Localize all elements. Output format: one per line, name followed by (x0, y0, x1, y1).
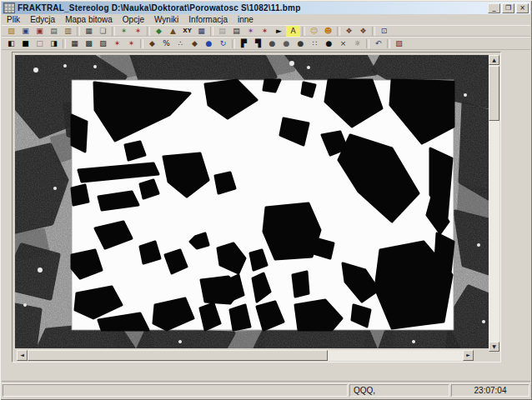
scroll-down-button[interactable]: ▼ (489, 342, 499, 352)
menu-item-edycja[interactable]: Edycja (25, 15, 60, 24)
stone-a-icon: ● (269, 38, 276, 49)
status-panel-clock: 23:07:04 (451, 384, 529, 397)
stone-b-button[interactable]: ● (279, 38, 294, 49)
smiley-button[interactable]: ☺ (307, 26, 321, 37)
scroll-up-button[interactable]: ▲ (489, 55, 499, 65)
scroll-right-button[interactable]: ► (463, 350, 474, 361)
toolbar-separator (140, 39, 143, 48)
measure-b-icon: ✶ (128, 38, 135, 49)
menu-item-informacja[interactable]: Informacja (183, 15, 233, 24)
table-light-icon: ▤ (218, 26, 226, 37)
title-bar[interactable]: FRAKTRAL_Stereolog D:\Nauka\Doktorat\Por… (2, 2, 530, 14)
lamp-button[interactable]: ☼ (350, 38, 364, 49)
table-light-button[interactable]: ▤ (215, 26, 229, 37)
close-button[interactable]: × (516, 3, 529, 13)
save-button[interactable]: ▣ (18, 26, 33, 37)
scatter-dots-button[interactable]: ∴ (173, 38, 188, 49)
scroll-left-button[interactable]: ◄ (17, 350, 28, 361)
grid-cross-icon: ▦ (71, 38, 78, 49)
monitor-icon: ⊡ (381, 26, 388, 37)
sparkle-button[interactable]: ∷ (308, 38, 322, 49)
black-arrow-icon: ► (276, 26, 282, 37)
green-dart-icon: ◆ (156, 26, 162, 37)
clip-red-button[interactable]: ▧ (392, 38, 406, 49)
stone-c-button[interactable]: ● (294, 38, 308, 49)
monitor-button[interactable]: ⊡ (377, 26, 391, 37)
print-button[interactable]: ▦ (82, 26, 96, 37)
table-dark-button[interactable]: ▤ (229, 26, 243, 37)
print-preview-button[interactable]: ❏ (96, 26, 110, 37)
window-dark-b-icon: ▜ (255, 38, 261, 49)
measure-a-button[interactable]: ✶ (110, 38, 124, 49)
blue-blob-button[interactable]: ● (202, 38, 216, 49)
font-a-button[interactable]: A (286, 26, 300, 37)
window-dark-b-button[interactable]: ▜ (251, 38, 265, 49)
font-a-icon: A (290, 26, 295, 37)
binary-left-button[interactable]: ◧ (4, 38, 18, 49)
stone-b-icon: ● (284, 38, 290, 49)
dots-pair-button[interactable]: ◆ (145, 38, 159, 49)
rotate-button[interactable]: ↻ (216, 38, 230, 49)
menu-item-opcje[interactable]: Opcje (118, 15, 149, 24)
cross-x-button[interactable]: × (336, 38, 350, 49)
chart-window-button[interactable]: ▦ (194, 26, 208, 37)
xy-plot-button[interactable]: XY (180, 26, 194, 37)
dots-pair-2-button[interactable]: ◆ (188, 38, 202, 49)
black-arrow-button[interactable]: ► (272, 26, 286, 37)
paste-icon: ▥ (64, 26, 72, 37)
toolbar-row-1: ▨▣▣▤▥▦❏✶✶◆▲XY▦▤▤✶✶►A☺☻❖❖⊡ (2, 25, 530, 37)
app-icon[interactable] (3, 2, 15, 13)
minimize-button[interactable]: _ (488, 3, 500, 13)
micrograph-image[interactable] (15, 55, 489, 348)
ball-button[interactable]: ● (322, 38, 336, 49)
menu-item-wyniki[interactable]: Wyniki (149, 15, 183, 24)
horizontal-scrollbar[interactable]: ◄ ► (17, 350, 474, 361)
fireworks-button[interactable]: ✶ (243, 26, 258, 37)
smiley-tongue-button[interactable]: ☻ (321, 26, 335, 37)
vertical-scrollbar[interactable]: ▲ ▼ (489, 55, 499, 352)
menu-item-mapa-bitowa[interactable]: Mapa bitowa (60, 15, 118, 24)
status-bar: QQQ, 23:07:04 (3, 384, 529, 397)
cross-x-icon: × (340, 38, 347, 49)
paste-button[interactable]: ▥ (61, 26, 75, 37)
save-as-icon: ▣ (36, 26, 43, 37)
grid-cross-button[interactable]: ▦ (68, 38, 82, 49)
vertical-scroll-thumb[interactable] (489, 66, 499, 121)
save-as-button[interactable]: ▣ (33, 26, 47, 37)
lamp-icon: ☼ (354, 38, 360, 49)
measure-a-icon: ✶ (114, 38, 121, 49)
open-folder-button[interactable]: ▨ (4, 26, 18, 37)
window-dark-a-button[interactable]: ▛ (237, 38, 251, 49)
menu-item-plik[interactable]: Plik (2, 15, 25, 24)
menu-item-inne[interactable]: inne (233, 15, 258, 24)
undo-button[interactable]: ↶ (371, 38, 385, 49)
scatter-dots-icon: ∴ (178, 38, 183, 49)
stamp-b-button[interactable]: ❖ (356, 26, 370, 37)
stone-a-button[interactable]: ● (265, 38, 279, 49)
percent-button[interactable]: % (159, 38, 173, 49)
smiley-tongue-icon: ☻ (324, 26, 332, 37)
window-dark-a-icon: ▛ (241, 38, 247, 49)
undo-icon: ↶ (375, 38, 382, 49)
grid-edit-button[interactable]: ✶ (117, 26, 131, 37)
ink-bottle-button[interactable]: ▲ (166, 26, 180, 37)
green-dart-button[interactable]: ◆ (152, 26, 166, 37)
copy-button[interactable]: ▤ (47, 26, 61, 37)
menu-bar: PlikEdycjaMapa bitowaOpcjeWynikiInformac… (2, 14, 530, 26)
binary-right-button[interactable]: ◨ (47, 38, 61, 49)
dots-pair-2-icon: ◆ (192, 38, 198, 49)
stamp-a-button[interactable]: ❖ (342, 26, 356, 37)
measure-b-button[interactable]: ✶ (124, 38, 138, 49)
white-square-button[interactable]: □ (33, 38, 47, 49)
black-square-button[interactable]: ■ (18, 38, 33, 49)
red-paw-button[interactable]: ✶ (258, 26, 272, 37)
window-title: FRAKTRAL_Stereolog D:\Nauka\Doktorat\Por… (18, 3, 488, 12)
flower-button[interactable]: ✶ (131, 26, 145, 37)
save-icon: ▣ (22, 26, 29, 37)
restore-button[interactable]: ❐ (502, 3, 514, 13)
xy-plot-icon: XY (183, 26, 191, 37)
grid-fine-button[interactable]: ▩ (82, 38, 96, 49)
grid-corner-button[interactable]: ▨ (96, 38, 110, 49)
print-icon: ▦ (85, 26, 93, 37)
horizontal-scroll-thumb[interactable] (28, 350, 328, 361)
